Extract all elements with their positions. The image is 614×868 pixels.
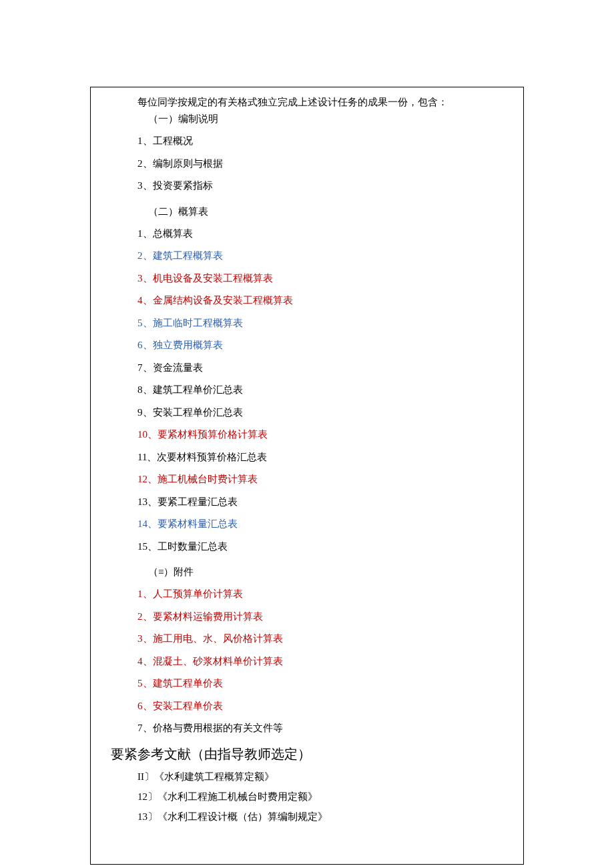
list-item: 3、投资要紧指标 [111,178,503,193]
list-item: 6、独立费用概算表 [111,338,503,353]
list-item: 12、施工机械台时费计算表 [111,472,503,487]
intro-text: 每位同学按规定的有关格式独立完成上述设计任务的成果一份，包含： [111,94,503,110]
list-item: 8、建筑工程单价汇总表 [111,382,503,398]
list-item: 2、编制原则与根据 [111,156,503,171]
reference-item: 12〕《水利工程施工机械台时费用定额》 [111,791,503,803]
list-item: 13、要紧工程量汇总表 [111,494,503,510]
page-wrapper: 每位同学按规定的有关格式独立完成上述设计任务的成果一份，包含： （一）编制说明 … [0,0,614,868]
reference-item: II〕《水利建筑工程概算定额》 [111,771,503,783]
list-item: 11、次要材料预算价格汇总表 [111,450,503,465]
section-1-head: （一）编制说明 [111,113,503,125]
section-2-head: （二）概算表 [111,205,503,218]
list-item: 7、价格与费用根据的有关文件等 [111,721,503,736]
list-item: 10、要紧材料预算价格计算表 [111,427,503,442]
reference-item: 13〕《水利工程设计概（估）算编制规定》 [111,811,503,823]
list-item: 2、建筑工程概算表 [111,248,503,264]
list-item: 1、人工预算单价计算表 [111,586,503,602]
list-item: 5、建筑工程单价表 [111,676,503,691]
content-box: 每位同学按规定的有关格式独立完成上述设计任务的成果一份，包含： （一）编制说明 … [90,87,524,865]
list-item: 2、要紧材料运输费用计算表 [111,609,503,624]
list-item: 3、机电设备及安装工程概算表 [111,271,503,286]
list-item: 3、施工用电、水、风价格计算表 [111,631,503,646]
references-head: 要紧参考文献（由指导教师选定） [111,745,503,763]
list-item: 6、安装工程单价表 [111,699,503,714]
list-item: 7、资金流量表 [111,360,503,376]
list-item: 14、要紧材料量汇总表 [111,516,503,532]
list-item: 1、工程概况 [111,133,503,149]
section-3-head: （≡）附件 [111,566,503,578]
list-item: 5、施工临时工程概算表 [111,316,503,331]
list-item: 4、金属结构设备及安装工程概算表 [111,293,503,308]
list-item: 9、安装工程单价汇总表 [111,405,503,420]
list-item: 15、工时数量汇总表 [111,539,503,554]
list-item: 4、混凝土、砂浆材料单价计算表 [111,654,503,669]
list-item: 1、总概算表 [111,226,503,242]
